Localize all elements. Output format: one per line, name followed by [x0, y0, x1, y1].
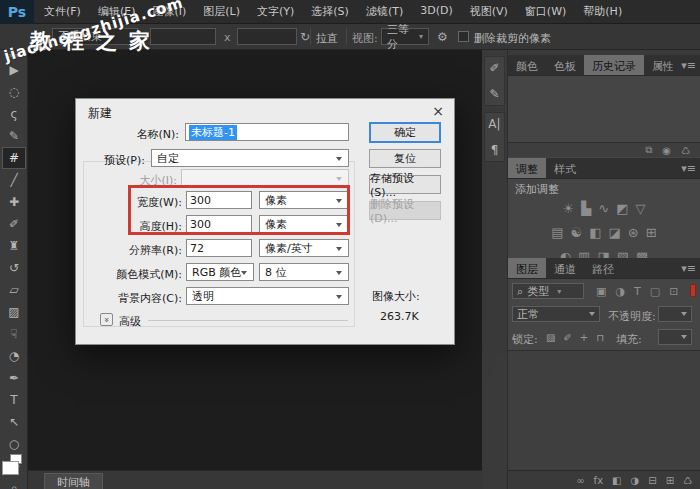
- tab-layers[interactable]: 图层: [508, 258, 546, 278]
- crop-tool[interactable]: #: [2, 147, 26, 169]
- tab-adjustments[interactable]: 调整: [508, 158, 546, 178]
- color-balance-icon[interactable]: ☯: [571, 225, 583, 240]
- shape-tool[interactable]: ○: [2, 433, 26, 455]
- timeline-tab[interactable]: 时间轴: [44, 473, 103, 489]
- tab-channels[interactable]: 通道: [546, 258, 584, 278]
- blend-mode-dropdown[interactable]: 正常: [512, 306, 600, 322]
- black-white-icon[interactable]: ◧: [589, 225, 601, 240]
- character-panel-icon[interactable]: A|: [488, 117, 500, 131]
- layer-filter-kind-dropdown[interactable]: ⌕ 类型 ▾: [512, 283, 584, 299]
- dodge-tool[interactable]: ◔: [2, 345, 26, 367]
- hue-saturation-icon[interactable]: ▤: [551, 225, 563, 240]
- crop-ratio-height-input[interactable]: [237, 28, 297, 45]
- brightness-contrast-icon[interactable]: ☀: [563, 201, 575, 216]
- new-doc-from-state-icon[interactable]: ⧉: [645, 144, 652, 156]
- color-lookup-icon[interactable]: ⊞: [646, 225, 657, 240]
- lock-position-icon[interactable]: +: [580, 332, 588, 343]
- layer-filter-toggle[interactable]: [690, 284, 696, 297]
- preset-dropdown[interactable]: 自定: [151, 149, 349, 167]
- menu-item[interactable]: 帮助(H): [583, 4, 622, 19]
- foreground-color-swatch[interactable]: [2, 461, 19, 475]
- filter-type-layers-icon[interactable]: T: [634, 285, 641, 298]
- type-tool[interactable]: T: [2, 389, 26, 411]
- path-selection-tool[interactable]: ↖: [2, 411, 26, 433]
- adjustment-layer-icon[interactable]: ◑: [631, 475, 640, 486]
- fill-input[interactable]: [658, 329, 692, 345]
- layer-style-icon[interactable]: fx: [594, 475, 603, 486]
- new-layer-icon[interactable]: ⊞: [666, 475, 674, 486]
- filter-shape-layers-icon[interactable]: ▢: [650, 285, 660, 298]
- close-icon[interactable]: ×: [432, 103, 444, 119]
- menu-item[interactable]: 文字(Y): [257, 4, 294, 19]
- channel-mixer-icon[interactable]: ⊛: [628, 225, 639, 240]
- reset-button[interactable]: 复位: [369, 149, 441, 168]
- vibrance-icon[interactable]: ▽: [635, 201, 645, 216]
- menu-item[interactable]: 3D(D): [420, 4, 453, 19]
- levels-icon[interactable]: ▙: [581, 201, 591, 216]
- new-snapshot-icon[interactable]: ◉: [662, 145, 671, 156]
- height-input[interactable]: 300: [186, 215, 252, 233]
- background-dropdown[interactable]: 透明: [186, 287, 349, 305]
- new-group-icon[interactable]: ⊟: [648, 475, 656, 486]
- width-unit-dropdown[interactable]: 像素: [259, 191, 349, 209]
- menu-item[interactable]: 选择(S): [311, 4, 349, 19]
- tab-swatches[interactable]: 色板: [546, 55, 584, 75]
- paragraph-panel-icon[interactable]: ¶: [491, 143, 499, 157]
- lock-paint-icon[interactable]: ✐: [563, 332, 571, 343]
- bit-depth-dropdown[interactable]: 8 位: [259, 263, 349, 281]
- menu-item[interactable]: 视图(V): [470, 4, 508, 19]
- delete-layer-icon[interactable]: ♺: [683, 475, 692, 486]
- layer-mask-icon[interactable]: ◧: [612, 475, 621, 486]
- exposure-icon[interactable]: ◩: [616, 201, 628, 216]
- gradient-tool[interactable]: ▨: [2, 301, 26, 323]
- eyedropper-tool[interactable]: ╱: [2, 169, 26, 191]
- filter-smart-objects-icon[interactable]: ⊡: [669, 285, 678, 298]
- panel-menu-icon[interactable]: ▾≡: [681, 262, 696, 275]
- layers-list[interactable]: [508, 350, 700, 470]
- panel-menu-icon[interactable]: ▾≡: [681, 162, 696, 175]
- advanced-expander-icon[interactable]: »: [100, 313, 113, 326]
- tab-history[interactable]: 历史记录: [584, 55, 644, 75]
- lasso-tool[interactable]: ς: [2, 103, 26, 125]
- swap-ratio-icon[interactable]: ↻: [300, 30, 310, 44]
- history-brush-tool[interactable]: ↺: [2, 257, 26, 279]
- tab-paths[interactable]: 路径: [584, 258, 622, 278]
- gear-icon[interactable]: ⚙: [437, 30, 448, 44]
- lock-transparency-icon[interactable]: ▨: [546, 332, 555, 343]
- brush-tool[interactable]: ✐: [2, 213, 26, 235]
- filter-adjustment-layers-icon[interactable]: ◑: [615, 285, 625, 298]
- menu-item[interactable]: 文件(F): [44, 4, 81, 19]
- healing-brush-tool[interactable]: ✚: [2, 191, 26, 213]
- pen-tool[interactable]: ✒: [2, 367, 26, 389]
- height-unit-dropdown[interactable]: 像素: [259, 215, 349, 233]
- tab-color[interactable]: 颜色: [508, 55, 546, 75]
- smudge-tool[interactable]: ☟: [2, 323, 26, 345]
- color-mode-dropdown[interactable]: RGB 颜色: [186, 263, 254, 281]
- straighten-button[interactable]: 拉直: [316, 31, 338, 46]
- delete-state-icon[interactable]: ♺: [681, 145, 690, 156]
- link-layers-icon[interactable]: ∞: [576, 475, 584, 486]
- opacity-input[interactable]: [658, 306, 692, 322]
- resolution-unit-dropdown[interactable]: 像素/英寸: [259, 239, 349, 257]
- ok-button[interactable]: 确定: [369, 122, 441, 143]
- tab-styles[interactable]: 样式: [546, 158, 584, 178]
- brush-presets-icon[interactable]: ✐: [489, 61, 499, 75]
- menu-item[interactable]: 图层(L): [203, 4, 240, 19]
- width-input[interactable]: 300: [186, 191, 252, 209]
- eraser-tool[interactable]: ▱: [2, 279, 26, 301]
- save-preset-button[interactable]: 存储预设(S)...: [369, 175, 441, 194]
- panel-menu-icon[interactable]: ▾≡: [681, 59, 696, 72]
- clone-stamp-tool[interactable]: ♜: [2, 235, 26, 257]
- tab-properties[interactable]: 属性: [644, 55, 682, 75]
- name-input[interactable]: 未标题-1: [185, 123, 349, 141]
- lock-all-icon[interactable]: ⊓: [596, 332, 604, 343]
- filter-pixel-layers-icon[interactable]: ▣: [596, 285, 606, 298]
- marquee-tool[interactable]: ◌: [2, 81, 26, 103]
- curves-icon[interactable]: ∿: [598, 201, 609, 216]
- quick-selection-tool[interactable]: ✎: [2, 125, 26, 147]
- resolution-input[interactable]: 72: [186, 239, 252, 257]
- zoom-tool[interactable]: ⌕: [2, 477, 26, 489]
- brush-panel-icon[interactable]: ✎: [489, 87, 499, 101]
- delete-cropped-checkbox[interactable]: [458, 31, 469, 42]
- crop-overlay-dropdown[interactable]: 三等分 ▾: [381, 28, 429, 45]
